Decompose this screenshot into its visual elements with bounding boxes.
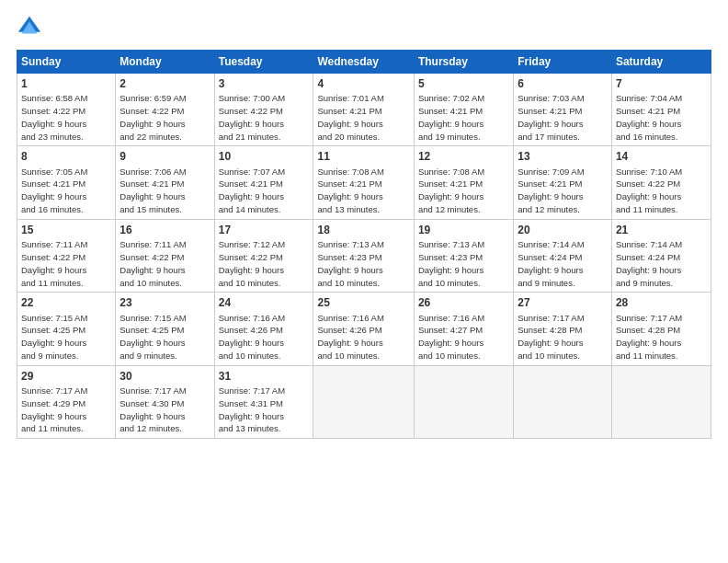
day-cell: 2Sunrise: 6:59 AMSunset: 4:22 PMDaylight…	[116, 74, 214, 146]
day-number: 1	[21, 76, 111, 91]
day-number: 8	[21, 149, 111, 164]
day-cell: 16Sunrise: 7:11 AMSunset: 4:22 PMDayligh…	[116, 219, 214, 292]
day-cell: 17Sunrise: 7:12 AMSunset: 4:22 PMDayligh…	[214, 219, 313, 292]
day-info: Sunrise: 6:58 AMSunset: 4:22 PMDaylight:…	[21, 93, 87, 141]
day-number: 14	[616, 149, 707, 164]
week-row-2: 15Sunrise: 7:11 AMSunset: 4:22 PMDayligh…	[17, 219, 711, 292]
day-cell: 30Sunrise: 7:17 AMSunset: 4:30 PMDayligh…	[116, 365, 214, 438]
calendar-header: SundayMondayTuesdayWednesdayThursdayFrid…	[17, 51, 711, 74]
header-cell-tuesday: Tuesday	[214, 51, 313, 74]
day-cell: 14Sunrise: 7:10 AMSunset: 4:22 PMDayligh…	[611, 146, 711, 219]
logo-icon	[17, 15, 42, 40]
day-cell: 13Sunrise: 7:09 AMSunset: 4:21 PMDayligh…	[514, 146, 612, 219]
day-number: 5	[418, 76, 509, 91]
day-cell: 3Sunrise: 7:00 AMSunset: 4:22 PMDaylight…	[214, 74, 313, 146]
day-number: 21	[616, 223, 707, 237]
day-number: 4	[317, 76, 409, 91]
day-info: Sunrise: 7:16 AMSunset: 4:27 PMDaylight:…	[418, 313, 484, 361]
day-info: Sunrise: 7:01 AMSunset: 4:21 PMDaylight:…	[317, 93, 383, 141]
day-info: Sunrise: 7:12 AMSunset: 4:22 PMDaylight:…	[219, 239, 285, 287]
day-info: Sunrise: 7:17 AMSunset: 4:31 PMDaylight:…	[219, 385, 285, 433]
day-cell: 25Sunrise: 7:16 AMSunset: 4:26 PMDayligh…	[313, 293, 414, 365]
day-cell: 22Sunrise: 7:15 AMSunset: 4:25 PMDayligh…	[17, 293, 116, 365]
day-info: Sunrise: 7:13 AMSunset: 4:23 PMDaylight:…	[317, 239, 383, 287]
day-info: Sunrise: 7:16 AMSunset: 4:26 PMDaylight:…	[219, 313, 285, 361]
day-cell: 10Sunrise: 7:07 AMSunset: 4:21 PMDayligh…	[214, 146, 313, 219]
day-number: 20	[518, 223, 608, 237]
day-cell: 20Sunrise: 7:14 AMSunset: 4:24 PMDayligh…	[514, 219, 612, 292]
day-number: 10	[219, 149, 310, 164]
day-info: Sunrise: 7:09 AMSunset: 4:21 PMDaylight:…	[518, 167, 584, 214]
header-cell-sunday: Sunday	[17, 51, 116, 74]
day-cell: 19Sunrise: 7:13 AMSunset: 4:23 PMDayligh…	[414, 219, 513, 292]
day-info: Sunrise: 6:59 AMSunset: 4:22 PMDaylight:…	[119, 93, 186, 141]
day-info: Sunrise: 7:14 AMSunset: 4:24 PMDaylight:…	[616, 239, 682, 287]
header-cell-monday: Monday	[116, 51, 214, 74]
day-info: Sunrise: 7:04 AMSunset: 4:21 PMDaylight:…	[616, 93, 682, 141]
day-info: Sunrise: 7:16 AMSunset: 4:26 PMDaylight:…	[317, 313, 383, 361]
header	[17, 15, 711, 40]
day-cell: 28Sunrise: 7:17 AMSunset: 4:28 PMDayligh…	[611, 293, 711, 365]
day-cell: 6Sunrise: 7:03 AMSunset: 4:21 PMDaylight…	[514, 74, 612, 146]
day-info: Sunrise: 7:10 AMSunset: 4:22 PMDaylight:…	[616, 167, 682, 214]
day-number: 3	[219, 76, 310, 91]
day-info: Sunrise: 7:08 AMSunset: 4:21 PMDaylight:…	[317, 167, 383, 214]
day-info: Sunrise: 7:14 AMSunset: 4:24 PMDaylight:…	[518, 239, 584, 287]
day-number: 11	[317, 149, 409, 164]
day-cell: 11Sunrise: 7:08 AMSunset: 4:21 PMDayligh…	[313, 146, 414, 219]
day-cell: 26Sunrise: 7:16 AMSunset: 4:27 PMDayligh…	[414, 293, 513, 365]
day-cell: 23Sunrise: 7:15 AMSunset: 4:25 PMDayligh…	[116, 293, 214, 365]
day-info: Sunrise: 7:17 AMSunset: 4:28 PMDaylight:…	[518, 313, 584, 361]
day-number: 22	[21, 295, 111, 310]
day-number: 2	[119, 76, 210, 91]
day-number: 26	[418, 295, 509, 310]
day-number: 28	[616, 295, 707, 310]
day-info: Sunrise: 7:17 AMSunset: 4:28 PMDaylight:…	[616, 313, 682, 361]
day-cell	[514, 365, 612, 438]
day-cell: 18Sunrise: 7:13 AMSunset: 4:23 PMDayligh…	[313, 219, 414, 292]
week-row-3: 22Sunrise: 7:15 AMSunset: 4:25 PMDayligh…	[17, 293, 711, 365]
header-cell-wednesday: Wednesday	[313, 51, 414, 74]
day-number: 7	[616, 76, 707, 91]
calendar-body: 1Sunrise: 6:58 AMSunset: 4:22 PMDaylight…	[17, 74, 711, 439]
day-number: 27	[518, 295, 608, 310]
day-info: Sunrise: 7:15 AMSunset: 4:25 PMDaylight:…	[21, 313, 87, 361]
day-number: 23	[119, 295, 210, 310]
day-cell: 9Sunrise: 7:06 AMSunset: 4:21 PMDaylight…	[116, 146, 214, 219]
header-cell-saturday: Saturday	[611, 51, 711, 74]
day-info: Sunrise: 7:06 AMSunset: 4:21 PMDaylight:…	[119, 167, 186, 214]
day-cell: 5Sunrise: 7:02 AMSunset: 4:21 PMDaylight…	[414, 74, 513, 146]
day-info: Sunrise: 7:11 AMSunset: 4:22 PMDaylight:…	[119, 239, 186, 287]
day-info: Sunrise: 7:05 AMSunset: 4:21 PMDaylight:…	[21, 167, 87, 214]
week-row-4: 29Sunrise: 7:17 AMSunset: 4:29 PMDayligh…	[17, 365, 711, 438]
day-number: 18	[317, 223, 409, 237]
day-number: 15	[21, 223, 111, 237]
day-info: Sunrise: 7:08 AMSunset: 4:21 PMDaylight:…	[418, 167, 484, 214]
day-number: 29	[21, 369, 111, 384]
day-number: 24	[219, 295, 310, 310]
day-cell: 29Sunrise: 7:17 AMSunset: 4:29 PMDayligh…	[17, 365, 116, 438]
logo	[17, 15, 46, 40]
day-number: 16	[119, 223, 210, 237]
header-cell-friday: Friday	[514, 51, 612, 74]
day-cell: 31Sunrise: 7:17 AMSunset: 4:31 PMDayligh…	[214, 365, 313, 438]
day-cell	[313, 365, 414, 438]
day-info: Sunrise: 7:17 AMSunset: 4:29 PMDaylight:…	[21, 385, 87, 433]
header-cell-thursday: Thursday	[414, 51, 513, 74]
day-cell: 27Sunrise: 7:17 AMSunset: 4:28 PMDayligh…	[514, 293, 612, 365]
day-number: 17	[219, 223, 310, 237]
day-number: 13	[518, 149, 608, 164]
day-number: 19	[418, 223, 509, 237]
page-container: SundayMondayTuesdayWednesdayThursdayFrid…	[0, 0, 728, 563]
day-cell: 21Sunrise: 7:14 AMSunset: 4:24 PMDayligh…	[611, 219, 711, 292]
day-info: Sunrise: 7:00 AMSunset: 4:22 PMDaylight:…	[219, 93, 285, 141]
header-row: SundayMondayTuesdayWednesdayThursdayFrid…	[17, 51, 711, 74]
day-number: 30	[119, 369, 210, 384]
day-info: Sunrise: 7:03 AMSunset: 4:21 PMDaylight:…	[518, 93, 584, 141]
day-info: Sunrise: 7:02 AMSunset: 4:21 PMDaylight:…	[418, 93, 484, 141]
day-number: 9	[119, 149, 210, 164]
day-cell	[414, 365, 513, 438]
day-cell: 12Sunrise: 7:08 AMSunset: 4:21 PMDayligh…	[414, 146, 513, 219]
day-cell: 1Sunrise: 6:58 AMSunset: 4:22 PMDaylight…	[17, 74, 116, 146]
day-cell: 24Sunrise: 7:16 AMSunset: 4:26 PMDayligh…	[214, 293, 313, 365]
